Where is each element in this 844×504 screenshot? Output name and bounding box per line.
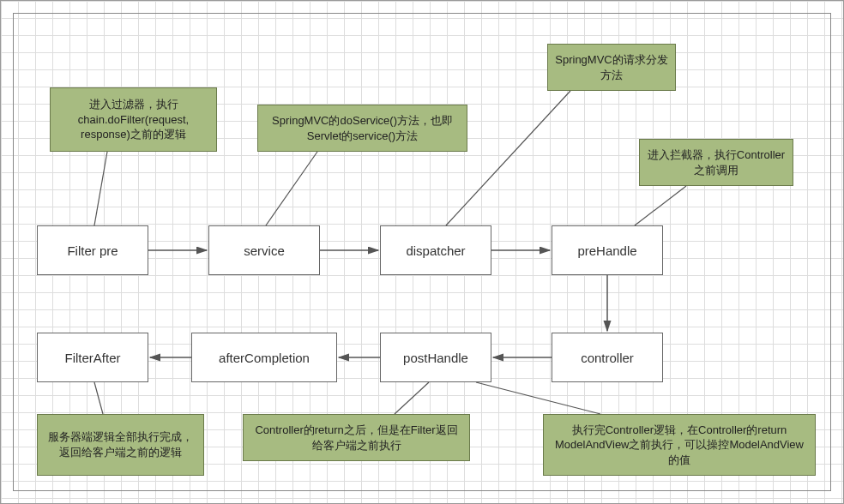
node-filter-after: FilterAfter bbox=[37, 333, 148, 382]
node-service: service bbox=[208, 225, 320, 275]
node-label: FilterAfter bbox=[64, 351, 120, 365]
note-text: SpringMVC的请求分发方法 bbox=[555, 52, 668, 82]
node-aftercompletion: afterCompletion bbox=[191, 333, 337, 382]
note-text: 执行完Controller逻辑，在Controller的return Model… bbox=[551, 423, 808, 468]
note-posthandle: Controller的return之后，但是在Filter返回给客户端之前执行 bbox=[243, 414, 470, 461]
node-label: preHandle bbox=[577, 243, 636, 258]
node-label: postHandle bbox=[403, 351, 468, 365]
node-controller: controller bbox=[552, 333, 663, 382]
note-filter-pre: 进入过滤器，执行chain.doFilter(request, response… bbox=[50, 87, 217, 152]
node-filter-pre: Filter pre bbox=[37, 225, 148, 275]
node-label: dispatcher bbox=[406, 243, 465, 258]
note-text: Controller的return之后，但是在Filter返回给客户端之前执行 bbox=[250, 423, 462, 453]
note-text: 进入拦截器，执行Controller之前调用 bbox=[647, 147, 786, 177]
note-prehandle: 进入拦截器，执行Controller之前调用 bbox=[639, 139, 793, 186]
note-text: SpringMVC的doService()方法，也即Servlet的servic… bbox=[265, 113, 460, 143]
node-label: Filter pre bbox=[67, 243, 118, 258]
note-dispatcher: SpringMVC的请求分发方法 bbox=[547, 44, 676, 91]
node-prehandle: preHandle bbox=[552, 225, 663, 275]
note-controller: 执行完Controller逻辑，在Controller的return Model… bbox=[543, 414, 816, 476]
node-label: service bbox=[244, 243, 285, 258]
note-text: 服务器端逻辑全部执行完成，返回给客户端之前的逻辑 bbox=[45, 429, 196, 459]
node-label: controller bbox=[581, 351, 634, 365]
note-service: SpringMVC的doService()方法，也即Servlet的servic… bbox=[257, 105, 467, 152]
node-label: afterCompletion bbox=[219, 351, 310, 365]
node-posthandle: postHandle bbox=[380, 333, 491, 382]
note-filter-after: 服务器端逻辑全部执行完成，返回给客户端之前的逻辑 bbox=[37, 414, 204, 476]
note-text: 进入过滤器，执行chain.doFilter(request, response… bbox=[57, 97, 209, 142]
node-dispatcher: dispatcher bbox=[380, 225, 491, 275]
